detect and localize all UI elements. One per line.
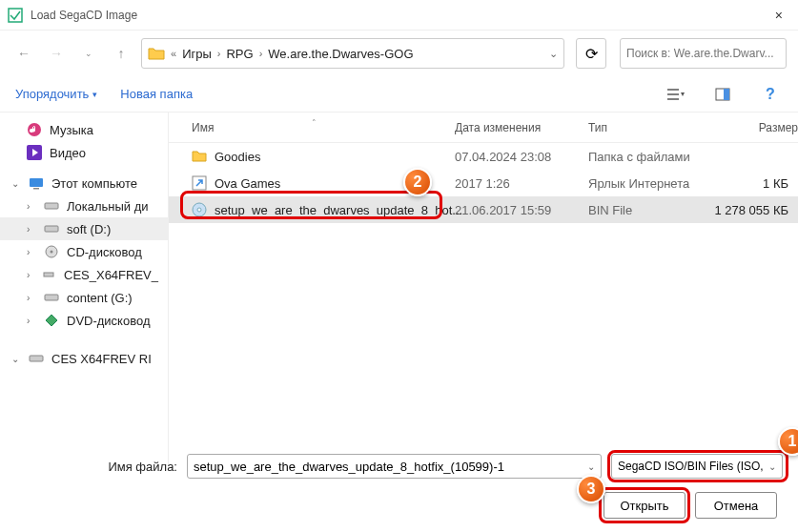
sidebar-drive[interactable]: ›CD-дисковод	[0, 240, 168, 263]
folder-icon	[148, 45, 165, 62]
svg-point-11	[51, 251, 53, 254]
drive-icon	[29, 351, 44, 366]
filename-combo[interactable]: setup_we_are_the_dwarves_update_8_hotfix…	[187, 454, 602, 479]
col-size-header[interactable]: Размер	[712, 121, 798, 134]
annotation-badge-1: 1	[778, 427, 798, 456]
window-title: Load SegaCD Image	[31, 9, 137, 22]
sidebar-drive[interactable]: ›soft (D:)	[0, 217, 168, 240]
breadcrumb-dropdown[interactable]: ⌄	[549, 48, 558, 60]
col-type-header[interactable]: Тип	[588, 121, 712, 134]
svg-rect-14	[30, 356, 43, 361]
video-icon	[27, 145, 42, 160]
sidebar-drive[interactable]: ›CES_X64FREV_	[0, 263, 168, 286]
sidebar: Музыка Видео ⌄ Этот компьюте ›Локальный …	[0, 113, 169, 465]
filename-label: Имя файла:	[15, 460, 177, 474]
back-button[interactable]: ←	[11, 41, 36, 66]
file-row[interactable]: Ova Games 2017 1:26 Ярлык Интернета 1 КБ	[169, 170, 798, 196]
sidebar-drive[interactable]: ⌄CES X64FREV RI	[0, 347, 168, 370]
organize-button[interactable]: Упорядочить ▾	[15, 87, 97, 101]
recent-dropdown[interactable]: ⌄	[76, 41, 101, 66]
svg-rect-12	[44, 273, 53, 276]
list-view-icon	[665, 87, 681, 102]
search-box[interactable]	[620, 38, 787, 69]
new-folder-button[interactable]: Новая папка	[120, 87, 193, 101]
up-button[interactable]: ↑	[109, 41, 133, 66]
view-button[interactable]: ▾	[663, 82, 687, 107]
nav-row: ← → ⌄ ↑ « Игры › RPG › We.are.the.Dwarve…	[0, 31, 798, 76]
sidebar-drive[interactable]: ›DVD-дисковод	[0, 309, 168, 332]
app-icon	[8, 8, 23, 23]
filetype-filter-combo[interactable]: SegaCD ISO/BIN Files (ISO,BIN) ⌄	[611, 454, 783, 479]
preview-icon	[715, 87, 730, 102]
file-row[interactable]: setup_we_are_the_dwarves_update_8_hot...…	[169, 196, 798, 223]
drive-icon	[44, 221, 59, 236]
help-button[interactable]: ?	[758, 82, 783, 107]
drive-icon	[44, 290, 59, 305]
col-name-header[interactable]: ˄Имя	[169, 121, 455, 134]
svg-rect-2	[724, 89, 729, 100]
toolbar: Упорядочить ▾ Новая папка ▾ ?	[0, 76, 798, 113]
disc-icon	[192, 202, 207, 217]
svg-rect-8	[45, 203, 58, 209]
sidebar-drive[interactable]: ›Локальный ди	[0, 194, 168, 217]
breadcrumb-part[interactable]: We.are.the.Dwarves-GOG	[268, 47, 413, 61]
sort-indicator-icon: ˄	[312, 118, 317, 128]
shortcut-icon	[192, 175, 207, 191]
computer-icon	[29, 175, 44, 191]
drive-icon	[44, 198, 59, 214]
caret-icon: ›	[27, 316, 36, 326]
caret-icon: ›	[27, 270, 33, 280]
music-icon	[27, 122, 42, 137]
footer: Имя файла: setup_we_are_the_dwarves_upda…	[0, 446, 798, 532]
sidebar-this-pc[interactable]: ⌄ Этот компьюте	[0, 172, 168, 194]
sidebar-drive[interactable]: ›content (G:)	[0, 286, 168, 309]
refresh-button[interactable]: ⟳	[576, 38, 606, 69]
caret-icon: ⌄	[11, 354, 21, 364]
caret-icon: ›	[27, 224, 36, 235]
folder-icon	[192, 149, 207, 164]
dvd-drive-icon	[44, 313, 59, 328]
caret-icon: ⌄	[11, 178, 21, 189]
sidebar-item-video[interactable]: Видео	[0, 141, 168, 164]
open-button[interactable]: Открыть	[604, 492, 685, 519]
sidebar-item-music[interactable]: Музыка	[0, 118, 168, 141]
chevron-down-icon: ⌄	[768, 461, 776, 472]
file-pane: ˄Имя Дата изменения Тип Размер Goodies 0…	[169, 113, 798, 465]
breadcrumb-root[interactable]: «	[171, 48, 176, 59]
breadcrumb[interactable]: « Игры › RPG › We.are.the.Dwarves-GOG ⌄	[141, 38, 564, 69]
svg-rect-6	[30, 178, 43, 187]
annotation-badge-2: 2	[403, 168, 432, 196]
caret-icon: ›	[27, 247, 36, 257]
breadcrumb-part[interactable]: Игры	[182, 47, 212, 61]
svg-rect-13	[45, 295, 58, 300]
preview-pane-button[interactable]	[710, 82, 735, 107]
usb-icon	[41, 267, 56, 282]
annotation-badge-3: 3	[577, 475, 605, 503]
svg-rect-7	[33, 188, 39, 190]
column-headers: ˄Имя Дата изменения Тип Размер	[169, 113, 798, 143]
cancel-button[interactable]: Отмена	[695, 492, 777, 519]
breadcrumb-part[interactable]: RPG	[226, 47, 253, 61]
titlebar: Load SegaCD Image ×	[0, 0, 798, 31]
svg-rect-9	[45, 226, 58, 232]
close-button[interactable]: ×	[767, 4, 790, 27]
disc-drive-icon	[44, 244, 59, 259]
caret-icon: ›	[27, 201, 36, 212]
file-row[interactable]: Goodies 07.04.2024 23:08 Папка с файлами	[169, 143, 798, 170]
svg-point-17	[197, 208, 201, 212]
main-area: Музыка Видео ⌄ Этот компьюте ›Локальный …	[0, 113, 798, 465]
col-date-header[interactable]: Дата изменения	[455, 121, 588, 134]
caret-icon: ›	[27, 293, 36, 303]
forward-button[interactable]: →	[44, 41, 69, 66]
search-input[interactable]	[626, 47, 780, 60]
chevron-down-icon: ⌄	[587, 461, 595, 472]
